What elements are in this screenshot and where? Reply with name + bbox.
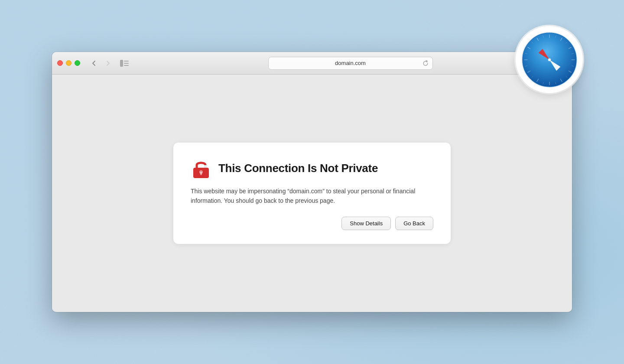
svg-point-28 (548, 58, 551, 61)
error-description: This website may be impersonating “domai… (191, 187, 433, 205)
close-button[interactable] (57, 60, 63, 66)
svg-rect-31 (124, 63, 129, 64)
traffic-lights (57, 60, 80, 66)
address-bar[interactable]: domain.com (268, 57, 433, 70)
address-bar-wrap: domain.com (141, 57, 560, 70)
browser-window: domain.com (52, 52, 572, 312)
nav-buttons (88, 57, 114, 69)
sidebar-toggle-button[interactable] (118, 57, 130, 69)
show-details-button[interactable]: Show Details (341, 217, 391, 230)
safari-app-icon (516, 26, 583, 93)
reload-button[interactable] (422, 60, 429, 67)
broken-lock-icon-wrap (191, 158, 211, 179)
broken-lock-icon (192, 159, 210, 178)
error-title: This Connection Is Not Private (218, 162, 378, 175)
error-actions: Show Details Go Back (191, 217, 433, 230)
forward-button[interactable] (102, 57, 114, 69)
svg-rect-36 (200, 172, 202, 175)
title-bar: domain.com (52, 52, 572, 75)
svg-rect-32 (124, 65, 129, 66)
error-card: This Connection Is Not Private This webs… (173, 143, 451, 244)
svg-rect-30 (124, 61, 129, 62)
go-back-button[interactable]: Go Back (395, 217, 433, 230)
svg-rect-29 (120, 60, 123, 67)
page-content: This Connection Is Not Private This webs… (52, 75, 572, 312)
safari-icon-svg (521, 32, 578, 88)
error-header: This Connection Is Not Private (191, 158, 433, 179)
back-button[interactable] (88, 57, 100, 69)
maximize-button[interactable] (75, 60, 80, 66)
minimize-button[interactable] (66, 60, 72, 66)
url-text: domain.com (269, 60, 432, 66)
